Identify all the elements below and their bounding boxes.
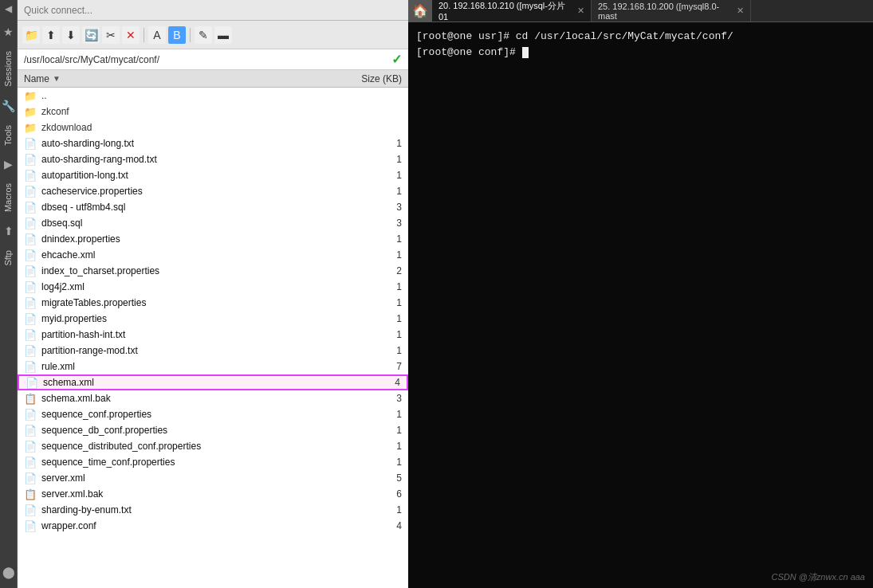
file-size-label: 6: [338, 488, 402, 500]
file-size-label: 1: [338, 138, 402, 149]
file-row[interactable]: 📄migrateTables.properties1: [18, 295, 408, 311]
edit-button[interactable]: ✎: [195, 26, 212, 44]
file-name-label: sequence_db_conf.properties: [41, 425, 338, 436]
file-row[interactable]: 📄partition-hash-int.txt1: [18, 327, 408, 343]
new-dir-button[interactable]: 📁: [22, 26, 40, 44]
binary-button[interactable]: B: [168, 26, 186, 44]
file-type-icon: 📄: [24, 520, 38, 532]
name-column-header[interactable]: Name ▼: [24, 73, 338, 84]
terminal-line: [root@one usr]# cd /usr/local/src/MyCat/…: [416, 29, 865, 45]
file-type-icon: 📄: [24, 441, 38, 453]
file-row[interactable]: 📄autopartition-long.txt1: [18, 167, 408, 183]
file-size-label: 1: [338, 281, 402, 292]
file-name-label: sequence_conf.properties: [41, 409, 338, 420]
file-row[interactable]: 📄partition-range-mod.txt1: [18, 343, 408, 359]
terminal-line: [root@one conf]#: [416, 45, 865, 61]
file-type-icon: 📄: [24, 345, 38, 357]
sidebar-tab-sessions[interactable]: Sessions: [1, 45, 17, 93]
path-bar: /usr/local/src/MyCat/mycat/conf/ ✓: [18, 49, 408, 70]
sidebar-collapse-btn[interactable]: ◀: [3, 0, 14, 18]
file-size-label: 1: [338, 425, 402, 436]
terminal-output[interactable]: [root@one usr]# cd /usr/local/src/MyCat/…: [408, 22, 873, 564]
file-row[interactable]: 📄index_to_charset.properties2: [18, 263, 408, 279]
terminal-tab-1[interactable]: 20. 192.168.10.210 ([mysql-分片01 ✕: [432, 0, 592, 22]
terminal-tab-2[interactable]: 25. 192.168.10.200 ([mysql8.0-mast ✕: [592, 0, 751, 22]
upload-button[interactable]: ⬆: [42, 26, 60, 44]
file-size-label: 3: [338, 393, 402, 404]
file-row[interactable]: 📁zkdownload: [18, 120, 408, 135]
file-name-label: ehcache.xml: [41, 249, 338, 261]
file-row[interactable]: 📄rule.xml7: [18, 359, 408, 374]
sidebar-star-icon[interactable]: ★: [2, 21, 15, 43]
file-size-label: 1: [338, 186, 402, 197]
refresh-button[interactable]: 🔄: [82, 26, 100, 44]
file-name-label: cacheservice.properties: [41, 186, 338, 197]
sidebar-play-icon[interactable]: ▶: [2, 153, 14, 175]
file-row[interactable]: 📄sequence_distributed_conf.properties1: [18, 438, 408, 454]
file-name-label: partition-range-mod.txt: [41, 345, 338, 356]
download-button[interactable]: ⬇: [62, 26, 80, 44]
more-button[interactable]: ▬: [214, 26, 232, 44]
terminal-tab-2-close[interactable]: ✕: [737, 6, 744, 16]
file-row[interactable]: 📄ehcache.xml1: [18, 247, 408, 263]
column-headers: Name ▼ Size (KB): [18, 70, 408, 88]
terminal-tab-2-label: 25. 192.168.10.200 ([mysql8.0-mast: [598, 2, 730, 21]
sidebar-up-icon[interactable]: ⬆: [2, 220, 15, 242]
file-row[interactable]: 📄log4j2.xml1: [18, 279, 408, 295]
sort-arrow-icon: ▼: [53, 74, 61, 83]
sidebar-tab-tools[interactable]: Tools: [1, 119, 17, 152]
vertical-sidebar: ◀ ★ Sessions 🔧 Tools ▶ Macros ⬆ Sftp ⬤: [0, 0, 18, 588]
file-name-label: wrapper.conf: [41, 520, 338, 531]
file-type-icon: 📄: [24, 233, 38, 245]
quick-connect-input[interactable]: [24, 5, 402, 16]
file-type-icon: 📄: [24, 297, 38, 309]
ascii-button[interactable]: A: [148, 26, 166, 44]
file-row[interactable]: 📋schema.xml.bak3: [18, 390, 408, 406]
terminal-panel: 🏠 20. 192.168.10.210 ([mysql-分片01 ✕ 25. …: [408, 0, 873, 588]
file-row[interactable]: 📄myid.properties1: [18, 311, 408, 327]
file-row[interactable]: 📄dbseq.sql3: [18, 215, 408, 231]
toolbar-separator-2: [190, 28, 191, 42]
file-row[interactable]: 📄dbseq - utf8mb4.sql3: [18, 199, 408, 215]
file-size-label: 1: [338, 297, 402, 308]
size-column-header[interactable]: Size (KB): [338, 73, 402, 84]
file-name-label: myid.properties: [41, 313, 338, 324]
file-type-icon: 📄: [24, 170, 38, 182]
file-row[interactable]: 📄auto-sharding-rang-mod.txt1: [18, 151, 408, 167]
sftp-toolbar: 📁 ⬆ ⬇ 🔄 ✂ ✕ A B ✎ ▬: [18, 21, 408, 49]
sidebar-tab-macros[interactable]: Macros: [1, 177, 17, 218]
sidebar-tab-sftp[interactable]: Sftp: [1, 244, 17, 272]
file-row[interactable]: 📄cacheservice.properties1: [18, 183, 408, 199]
file-size-label: 1: [338, 345, 402, 356]
file-row[interactable]: 📄server.xml5: [18, 470, 408, 486]
file-row[interactable]: 📄sharding-by-enum.txt1: [18, 502, 408, 518]
sidebar-wrench-icon[interactable]: 🔧: [0, 95, 17, 117]
file-row[interactable]: 📄sequence_db_conf.properties1: [18, 422, 408, 438]
file-row[interactable]: 📄auto-sharding-long.txt1: [18, 135, 408, 151]
file-row[interactable]: 📄schema.xml4: [18, 374, 408, 390]
file-row[interactable]: 📄sequence_time_conf.properties1: [18, 454, 408, 470]
file-name-label: auto-sharding-rang-mod.txt: [41, 154, 338, 165]
terminal-home-tab[interactable]: 🏠: [408, 0, 432, 22]
file-name-label: log4j2.xml: [41, 281, 338, 292]
file-name-label: index_to_charset.properties: [41, 265, 338, 276]
file-size-label: 3: [338, 218, 402, 229]
file-size-label: 4: [336, 377, 400, 388]
terminal-tab-1-close[interactable]: ✕: [577, 6, 584, 16]
file-size-label: 5: [338, 472, 402, 484]
file-type-icon: 📄: [26, 377, 40, 389]
terminal-tab-1-label: 20. 192.168.10.210 ([mysql-分片01: [438, 0, 571, 22]
terminal-cursor: [522, 47, 529, 58]
delete-button[interactable]: ✕: [122, 26, 140, 44]
file-row[interactable]: 📋server.xml.bak6: [18, 486, 408, 502]
file-row[interactable]: 📁zkconf: [18, 104, 408, 120]
file-row[interactable]: 📄dnindex.properties1: [18, 231, 408, 247]
file-list: 📁..📁zkconf📁zkdownload📄auto-sharding-long…: [18, 88, 408, 588]
file-row[interactable]: 📁..: [18, 88, 408, 104]
file-row[interactable]: 📄wrapper.conf4: [18, 518, 408, 534]
sidebar-circle-icon[interactable]: ⬤: [1, 561, 17, 583]
file-row[interactable]: 📄sequence_conf.properties1: [18, 406, 408, 422]
file-type-icon: 📄: [24, 202, 38, 214]
move-button[interactable]: ✂: [102, 26, 120, 44]
file-size-label: 1: [338, 313, 402, 324]
